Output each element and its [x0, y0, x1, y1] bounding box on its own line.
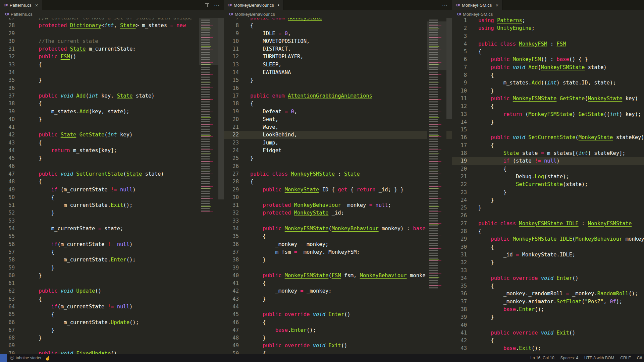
remote-indicator[interactable] [0, 354, 7, 362]
line-number[interactable]: 64 [0, 303, 15, 311]
line-number[interactable]: 41 [0, 123, 15, 131]
minimap-slider[interactable] [427, 21, 446, 70]
code-line-69[interactable]: 69 [0, 342, 224, 350]
line-number[interactable]: 38 [452, 306, 467, 313]
code-line-44[interactable]: 44 return m_states[key]; [0, 147, 224, 155]
line-number[interactable]: 31 [452, 251, 467, 259]
code-editor[interactable]: 27 //A container to hold a set of states… [0, 18, 224, 354]
line-number[interactable]: 10 [452, 87, 467, 95]
code-line-14[interactable]: 14 EATBANANA [224, 69, 452, 76]
line-number[interactable]: 43 [452, 345, 467, 352]
line-number[interactable]: 20 [452, 165, 467, 173]
code-line-21[interactable]: 21 Debug.Log(state); [452, 173, 644, 181]
line-number[interactable]: 55 [0, 233, 15, 240]
code-line-13[interactable]: 13 return (MonkeyFSMState) GetState((int… [452, 111, 644, 118]
code-line-7[interactable]: 7public enum MonkeyState [224, 18, 452, 22]
code-line-28[interactable]: 28{ [224, 178, 452, 186]
line-number[interactable]: 26 [224, 163, 239, 170]
code-line-26[interactable]: 26 [452, 212, 644, 220]
line-number[interactable]: 38 [224, 256, 239, 264]
tab-patterns[interactable]: C# Patterns.cs × [0, 0, 42, 10]
code-line-35[interactable]: 35 { [224, 233, 452, 240]
code-line-35[interactable]: 35 } [0, 76, 224, 84]
code-line-49[interactable]: 49 if (m_currentState != null) [0, 186, 224, 194]
line-number[interactable]: 48 [224, 334, 239, 342]
scrollbar-thumb[interactable] [218, 18, 224, 199]
line-number[interactable]: 14 [452, 118, 467, 126]
code-line-42[interactable]: 42 _monkey = _monkey; [224, 287, 452, 295]
line-number[interactable]: 69 [0, 342, 15, 350]
code-line-17[interactable]: 17public enum AttentionGrabbingAnimation… [224, 92, 452, 100]
line-number[interactable]: 49 [224, 342, 239, 350]
line-number[interactable]: 38 [0, 100, 15, 108]
line-number[interactable]: 3 [452, 33, 467, 40]
code-line-10[interactable]: 10 } [452, 87, 644, 95]
line-number[interactable]: 27 [452, 220, 467, 228]
code-line-40[interactable]: 40 [452, 321, 644, 329]
minimap-slider[interactable] [199, 18, 218, 65]
line-number[interactable]: 49 [0, 186, 15, 194]
code-line-68[interactable]: 68 } [0, 334, 224, 342]
close-icon[interactable]: × [495, 3, 498, 8]
line-number[interactable]: 15 [452, 126, 467, 134]
line-number[interactable]: 68 [0, 334, 15, 342]
line-number[interactable]: 60 [0, 272, 15, 280]
line-number[interactable]: 63 [0, 295, 15, 303]
code-line-25[interactable]: 25} [224, 155, 452, 162]
code-line-34[interactable]: 34 [0, 69, 224, 76]
line-number[interactable]: 6 [452, 56, 467, 63]
line-number[interactable]: 27 [224, 170, 239, 178]
code-editor[interactable]: 7public enum MonkeyState8{9 IDLE = 0,10 … [224, 18, 452, 354]
indentation[interactable]: Spaces: 4 [560, 356, 578, 360]
line-number[interactable]: 36 [0, 84, 15, 92]
code-line-54[interactable]: 54 m_currentState = state; [0, 225, 224, 233]
line-number[interactable]: 4 [452, 40, 467, 48]
code-line-14[interactable]: 14 } [452, 118, 644, 126]
line-number[interactable]: 9 [224, 30, 239, 38]
line-number[interactable]: 32 [452, 259, 467, 266]
line-number[interactable]: 51 [0, 201, 15, 209]
code-line-39[interactable]: 39 [224, 264, 452, 272]
code-line-8[interactable]: 8 { [452, 71, 644, 79]
line-number[interactable]: 36 [224, 241, 239, 248]
code-line-15[interactable]: 15 [452, 126, 644, 134]
line-number[interactable]: 29 [224, 186, 239, 194]
code-line-16[interactable]: 16 [224, 84, 452, 92]
code-line-37[interactable]: 37 public void Add(int key, State state) [0, 92, 224, 100]
line-number[interactable]: 33 [224, 217, 239, 225]
line-number[interactable]: 21 [224, 123, 239, 131]
code-line-40[interactable]: 40 public MonkeyFSMState(FSM fsm, Monkey… [224, 272, 452, 280]
code-line-56[interactable]: 56 if(m_currentState != null) [0, 241, 224, 248]
line-number[interactable]: 65 [0, 311, 15, 318]
code-line-24[interactable]: 24 Fidget [224, 147, 452, 155]
line-number[interactable]: 62 [0, 287, 15, 295]
code-line-38[interactable]: 38 { [0, 100, 224, 108]
pointer[interactable]: ☝ [45, 356, 50, 361]
line-number[interactable]: 36 [452, 290, 467, 298]
more-actions-icon[interactable]: ··· [214, 2, 220, 8]
code-line-41[interactable]: 41 public override void Exit() [452, 329, 644, 337]
line-number[interactable]: 47 [0, 170, 15, 178]
line-number[interactable]: 17 [452, 142, 467, 149]
code-line-64[interactable]: 64 if(m_currentState != null) [0, 303, 224, 311]
code-line-53[interactable]: 53 [0, 217, 224, 225]
line-number[interactable]: 12 [224, 53, 239, 61]
cursor-position[interactable]: Ln 16, Col 10 [530, 356, 554, 360]
code-line-27[interactable]: 27public class MonkeyFSMState : State [224, 170, 452, 178]
split-editor-icon[interactable] [205, 3, 209, 7]
code-line-47[interactable]: 47 base.Enter(); [224, 326, 452, 334]
line-number[interactable]: 13 [452, 111, 467, 118]
code-line-44[interactable]: 44 [224, 303, 452, 311]
code-line-11[interactable]: 11 public MonkeyFSMState GetState(Monkey… [452, 95, 644, 103]
code-line-37[interactable]: 37 _monkey.animator.SetFloat("PosZ", 0f)… [452, 298, 644, 306]
code-line-32[interactable]: 32 protected MonkeyState _id; [224, 209, 452, 217]
line-number[interactable]: 37 [224, 248, 239, 256]
breadcrumb[interactable]: C# Patterns.cs [0, 10, 224, 18]
code-line-29[interactable]: 29 [0, 30, 224, 38]
code-line-12[interactable]: 12 { [452, 103, 644, 110]
code-line-55[interactable]: 55 [0, 233, 224, 240]
code-line-45[interactable]: 45 public override void Enter() [224, 311, 452, 318]
line-number[interactable]: 22 [224, 131, 239, 139]
line-number[interactable]: 16 [452, 134, 467, 141]
line-number[interactable]: 25 [452, 204, 467, 212]
